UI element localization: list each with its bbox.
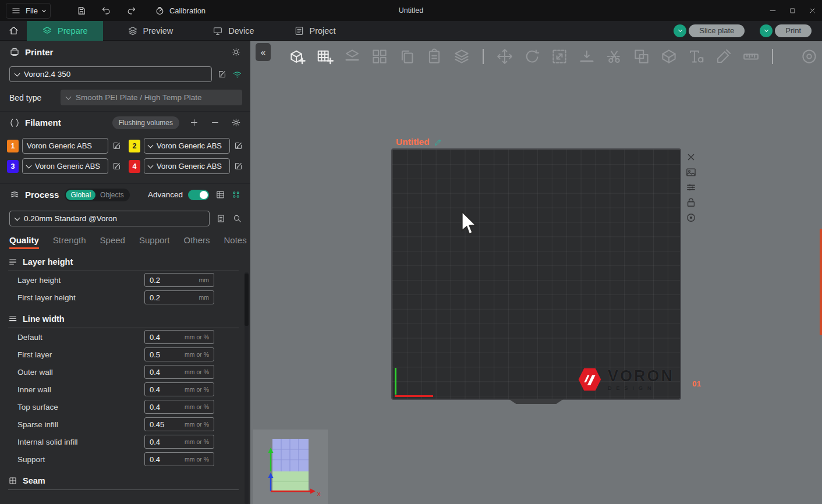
flushing-volumes-button[interactable]: Flushing volumes	[112, 116, 179, 129]
process-tab-speed[interactable]: Speed	[100, 235, 125, 249]
rotate-icon[interactable]	[523, 48, 541, 65]
print-button[interactable]: Print	[760, 24, 812, 37]
process-tab-strength[interactable]: Strength	[53, 235, 86, 249]
process-tab-notes[interactable]: Notes	[224, 235, 247, 249]
objects-parameters-icon[interactable]	[231, 190, 241, 200]
file-menu[interactable]: File	[6, 3, 51, 19]
filament-3-color-chip[interactable]: 3	[7, 160, 19, 173]
plate-settings-icon[interactable]	[685, 182, 697, 193]
close-button[interactable]	[802, 0, 822, 21]
cut-icon[interactable]	[605, 48, 623, 65]
maximize-icon	[789, 7, 796, 15]
primitive-icon[interactable]	[660, 48, 678, 65]
bed-type-select[interactable]: Smooth PEI Plate / High Temp Plate	[61, 90, 242, 105]
device-tab-icon	[212, 26, 223, 36]
filament-2-select[interactable]: Voron Generic ABS	[144, 138, 230, 154]
print-options-button[interactable]	[760, 24, 773, 37]
move-icon[interactable]	[496, 48, 513, 65]
filament-1-color-chip[interactable]: 1	[7, 140, 19, 152]
process-tab-others[interactable]: Others	[184, 235, 210, 249]
filament-2-color-chip[interactable]: 2	[129, 140, 140, 152]
process-tab-quality[interactable]: Quality	[9, 235, 39, 249]
edit-filament-3-icon[interactable]	[112, 161, 122, 171]
print-label: Print	[775, 24, 812, 37]
input-internal-solid-infill[interactable]: 0.4mm or %	[144, 435, 214, 449]
delete-plate-icon[interactable]	[685, 151, 697, 163]
plate-image-icon[interactable]	[685, 166, 697, 178]
scale-icon[interactable]	[551, 48, 568, 65]
slice-plate-button[interactable]: Slice plate	[674, 24, 745, 37]
input-default[interactable]: 0.4mm or %	[144, 330, 214, 344]
edit-filament-1-icon[interactable]	[112, 141, 122, 151]
calibration-button[interactable]: Calibration	[155, 6, 206, 16]
tab-preview[interactable]: Preview	[112, 21, 189, 41]
titlebar-actions: Calibration	[76, 6, 206, 16]
input-support[interactable]: 0.4mm or %	[144, 452, 214, 466]
maximize-button[interactable]	[782, 0, 802, 21]
minimize-button[interactable]	[763, 0, 782, 21]
variable-layer-height-icon[interactable]	[453, 48, 470, 65]
input-layer-height[interactable]: 0.2mm	[144, 273, 214, 287]
save-icon[interactable]	[76, 6, 86, 16]
input-top-surface[interactable]: 0.4mm or %	[144, 400, 214, 414]
filament-3-select[interactable]: Voron Generic ABS	[22, 158, 108, 174]
tab-prepare[interactable]: Prepare	[27, 21, 103, 41]
chevron-down-icon	[148, 162, 154, 168]
process-scope-toggle[interactable]: GlobalObjects	[65, 189, 129, 201]
auto-orient-icon[interactable]	[343, 48, 361, 65]
lock-plate-icon[interactable]	[685, 197, 697, 208]
scope-global[interactable]: Global	[66, 190, 95, 200]
input-first-layer-height[interactable]: 0.2mm	[144, 290, 214, 304]
add-filament-icon[interactable]	[189, 118, 199, 127]
parameter-table-icon[interactable]	[215, 190, 225, 200]
input-outer-wall[interactable]: 0.4mm or %	[144, 365, 214, 379]
voron-hexagon-icon	[577, 367, 602, 392]
filament-1-select[interactable]: Voron Generic ABS	[22, 138, 108, 154]
scope-objects[interactable]: Objects	[95, 190, 129, 200]
rename-plate-icon[interactable]	[434, 138, 442, 147]
search-icon[interactable]	[232, 214, 242, 223]
filament-4-color-chip[interactable]: 4	[129, 160, 140, 173]
input-sparse-infill[interactable]: 0.45mm or %	[144, 417, 214, 431]
filament-4-select[interactable]: Voron Generic ABS	[144, 158, 230, 174]
filament-slot-4: 4Voron Generic ABS	[129, 158, 243, 174]
remove-filament-icon[interactable]	[210, 118, 220, 127]
add-text-icon[interactable]	[688, 48, 705, 65]
input-inner-wall[interactable]: 0.4mm or %	[144, 382, 214, 396]
printer-settings-gear-icon[interactable]	[231, 47, 241, 57]
paint-icon[interactable]	[715, 48, 732, 65]
paste-icon[interactable]	[426, 48, 443, 65]
advanced-toggle[interactable]	[188, 190, 209, 200]
mesh-boolean-icon[interactable]	[633, 48, 650, 65]
assembly-view-icon[interactable]	[800, 48, 818, 65]
input-first-layer[interactable]: 0.5mm or %	[144, 347, 214, 361]
plate-name[interactable]: Untitled	[396, 137, 442, 147]
printer-select[interactable]: Voron2.4 350	[9, 66, 212, 82]
compare-presets-icon[interactable]	[216, 214, 226, 223]
add-object-icon[interactable]	[289, 48, 306, 65]
sidebar-scrollbar-thumb[interactable]	[245, 274, 249, 326]
prepare-tab-icon	[42, 26, 52, 36]
process-tab-support[interactable]: Support	[139, 235, 170, 249]
tab-project[interactable]: Project	[279, 21, 351, 41]
tab-device[interactable]: Device	[197, 21, 269, 41]
home-button[interactable]	[0, 21, 27, 41]
plate-marker-icon[interactable]	[685, 212, 697, 223]
arrange-icon[interactable]	[371, 48, 388, 65]
redo-icon[interactable]	[126, 6, 136, 16]
copy-icon[interactable]	[398, 48, 416, 65]
undo-icon[interactable]	[101, 6, 111, 16]
edit-filament-2-icon[interactable]	[233, 141, 243, 151]
filament-settings-gear-icon[interactable]	[231, 118, 241, 127]
measure-icon[interactable]	[742, 48, 760, 65]
add-plate-icon[interactable]	[316, 48, 334, 65]
viewport-3d[interactable]: « Untitled 01 VORON DESIGN	[250, 41, 822, 504]
slice-options-button[interactable]	[674, 24, 686, 37]
build-plate[interactable]: Untitled 01 VORON DESIGN	[391, 148, 681, 400]
edit-filament-4-icon[interactable]	[233, 161, 243, 171]
edit-printer-icon[interactable]	[217, 69, 227, 79]
collapse-sidebar-button[interactable]: «	[256, 43, 271, 61]
printer-connection-icon[interactable]	[232, 69, 242, 79]
process-preset-select[interactable]: 0.20mm Standard @Voron	[9, 211, 210, 226]
lay-on-face-icon[interactable]	[578, 48, 596, 65]
